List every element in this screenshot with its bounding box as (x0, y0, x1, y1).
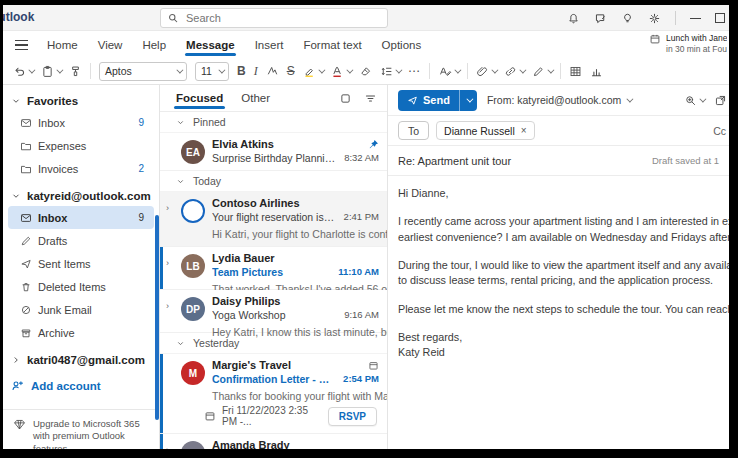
font-color-icon[interactable] (331, 65, 351, 78)
account-header[interactable]: katyreid@outlook.com (3, 180, 159, 206)
attach-icon[interactable] (476, 65, 496, 78)
email-row-elvia-atkins[interactable]: EA Elvia Atkins Surprise Birthday Planni… (160, 133, 387, 171)
sidebar-item-sent-items[interactable]: Sent Items (8, 252, 154, 275)
tab-home[interactable]: Home (46, 35, 79, 55)
sidebar-item-archive[interactable]: Archive (8, 321, 154, 344)
email-time: 9:16 AM (344, 309, 379, 321)
cc-button[interactable]: Cc (713, 125, 726, 137)
link-icon[interactable] (504, 65, 524, 78)
filter-icon[interactable] (364, 92, 377, 105)
favorites-header[interactable]: Favorites (3, 85, 159, 111)
lightbulb-icon[interactable] (621, 12, 634, 25)
sidebar-item-junk-email[interactable]: Junk Email (8, 298, 154, 321)
sender-name: Amanda Brady (212, 439, 290, 449)
expand-chevron-icon[interactable]: › (166, 197, 174, 242)
more-icon[interactable]: ⋯ (408, 64, 421, 78)
bell-icon[interactable] (567, 12, 580, 25)
sidebar-item-invoices[interactable]: Invoices 2 (8, 157, 154, 180)
email-row-margies-travel[interactable]: M Margie's Travel Confirmation Letter - … (160, 354, 387, 400)
undo-icon[interactable] (13, 65, 33, 78)
tab-help[interactable]: Help (141, 35, 167, 55)
titlebar-divider (675, 11, 676, 25)
feedback-icon[interactable] (594, 12, 607, 25)
pin-icon[interactable] (368, 139, 379, 150)
minimize-icon[interactable] (690, 18, 701, 19)
expand-chevron-icon[interactable]: › (166, 439, 174, 449)
highlight-icon[interactable] (303, 65, 323, 78)
chevron-right-icon (11, 355, 21, 365)
sidebar-item-deleted-items[interactable]: Deleted Items (8, 275, 154, 298)
signature-check-icon[interactable] (266, 65, 279, 78)
mail-icon (20, 117, 32, 129)
sidebar-item-drafts[interactable]: Drafts (8, 229, 154, 252)
expand-chevron-icon[interactable]: › (166, 252, 174, 285)
email-row-lydia-bauer[interactable]: › LB Lydia Bauer Team Pictures11:10 AM T… (160, 247, 387, 290)
gear-icon[interactable] (648, 12, 661, 25)
expand-chevron-icon[interactable]: › (166, 295, 174, 328)
strikethrough-icon[interactable]: S (287, 64, 295, 78)
email-row-amanda-brady[interactable]: › AB Amanda Brady Apartment Parking Spot… (160, 434, 387, 449)
select-all-icon[interactable] (339, 92, 352, 105)
signature-pen-icon[interactable] (532, 65, 552, 78)
avatar: EA (181, 140, 205, 164)
section-today[interactable]: Today (160, 171, 387, 192)
secondary-account-header[interactable]: katri0487@gmail.com (3, 344, 159, 370)
section-pinned[interactable]: Pinned (160, 112, 387, 133)
upgrade-banner[interactable]: Upgrade to Microsoft 365 with premium Ou… (3, 409, 159, 449)
folder-label: Junk Email (38, 304, 92, 316)
email-row-daisy-philips[interactable]: › DP Daisy Philips Yoga Workshop9:16 AM … (160, 290, 387, 333)
maximize-icon[interactable] (715, 13, 725, 23)
styles-icon[interactable] (438, 65, 459, 78)
rsvp-button[interactable]: RSVP (328, 407, 377, 426)
sidebar-item-inbox[interactable]: Inbox 9 (8, 206, 154, 229)
pencil-icon (20, 235, 32, 247)
outlook-screen: Outlook Home View Help Message Insert (3, 5, 729, 449)
tab-message[interactable]: Message (185, 35, 236, 55)
tab-focused[interactable]: Focused (174, 87, 225, 109)
avatar: DP (181, 297, 205, 321)
remove-recipient-icon[interactable]: × (521, 125, 527, 136)
send-button[interactable]: Send (398, 90, 477, 111)
search-box[interactable] (160, 8, 388, 28)
popout-icon[interactable] (714, 94, 727, 107)
recipient-row: To Dianne Russell × Cc (388, 116, 729, 146)
font-name-select[interactable]: Aptos (99, 62, 187, 81)
zoom-icon[interactable] (684, 94, 704, 107)
bold-icon[interactable]: B (237, 64, 246, 78)
body-paragraph: During the tour, I would like to view th… (398, 258, 729, 289)
table-icon[interactable] (569, 65, 582, 78)
paste-icon[interactable] (41, 65, 61, 78)
tab-view[interactable]: View (97, 35, 124, 55)
tab-other[interactable]: Other (239, 87, 272, 109)
hamburger-icon[interactable] (15, 40, 28, 50)
to-button[interactable]: To (398, 121, 429, 140)
font-size-select[interactable]: 11 (195, 62, 229, 81)
add-account-button[interactable]: Add account (3, 370, 159, 401)
sidebar-scrollbar[interactable] (155, 215, 159, 420)
italic-icon[interactable]: I (254, 64, 258, 79)
message-body[interactable]: Hi Dianne, I recently came across your a… (388, 176, 729, 361)
calendar-icon (368, 360, 379, 371)
clear-format-icon[interactable] (359, 65, 372, 78)
tab-format-text[interactable]: Format text (302, 35, 362, 55)
email-time: 2:54 PM (343, 373, 379, 385)
search-input[interactable] (184, 11, 354, 25)
meeting-reminder[interactable]: Lunch with Janein 30 min at Fou (649, 33, 727, 54)
format-painter-icon[interactable] (69, 65, 82, 78)
tab-insert[interactable]: Insert (254, 35, 285, 55)
sidebar-item-expenses[interactable]: Expenses (8, 134, 154, 157)
recipient-chip[interactable]: Dianne Russell × (436, 121, 534, 140)
email-row-contoso-airlines[interactable]: › C Contoso Airlines Your flight reserva… (160, 192, 387, 247)
send-options-dropdown[interactable] (459, 90, 477, 111)
send-label: Send (423, 94, 450, 106)
folder-label: Inbox (38, 212, 67, 224)
sender-name: Contoso Airlines (212, 197, 300, 211)
subject-row[interactable]: Re: Apartment unit tour Draft saved at 1 (388, 146, 729, 176)
line-spacing-icon[interactable] (380, 65, 400, 78)
tab-options[interactable]: Options (381, 35, 423, 55)
chart-icon[interactable] (590, 65, 603, 78)
diamond-icon (13, 418, 26, 449)
from-selector[interactable]: From: katyreid@outlook.com (487, 94, 631, 106)
avatar: AB (181, 441, 205, 449)
sidebar-item-fav-inbox[interactable]: Inbox 9 (8, 111, 154, 134)
